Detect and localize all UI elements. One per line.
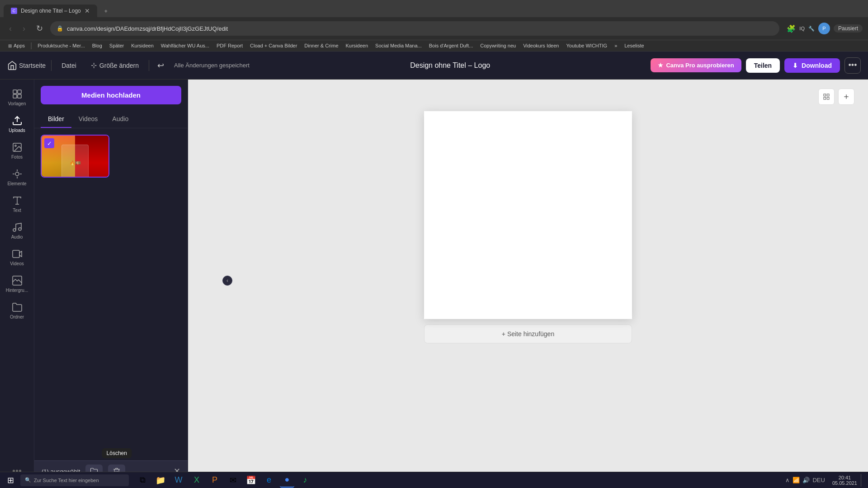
taskbar-music[interactable]: ♪ (298, 473, 312, 488)
bookmark-9[interactable]: Kursideen (343, 42, 371, 49)
reload-btn[interactable]: ↻ (33, 22, 47, 35)
taskbar-search[interactable]: 🔍 Zur Suche Text hier eingeben (20, 474, 129, 486)
panel-collapse-btn[interactable]: ‹ (222, 276, 232, 286)
svg-rect-18 (824, 97, 826, 99)
back-btn[interactable]: ‹ (5, 22, 15, 35)
canvas-toolbar (818, 89, 854, 105)
panel-content: 🔥💵 ✓ (34, 128, 188, 460)
sidebar-item-hintergruende[interactable]: Hintergru... (2, 272, 33, 296)
grid-icon (823, 93, 830, 100)
taskbar-task-view[interactable]: ⧉ (135, 473, 150, 488)
taskbar-icons: ⧉ 📁 W X P ✉ 📅 e ● ♪ (135, 473, 312, 488)
bookmark-5[interactable]: Wahlfächer WU Aus... (158, 42, 212, 49)
bookmark-6[interactable]: PDF Report (214, 42, 245, 49)
bookmark-7[interactable]: Cload + Canva Bilder (247, 42, 300, 49)
file-btn[interactable]: Datei (57, 59, 81, 72)
canva-pro-btn[interactable]: ★ Canva Pro ausprobieren (651, 58, 741, 72)
resize-btn[interactable]: ⊹ Größe ändern (86, 58, 143, 72)
add-to-canvas-btn[interactable] (838, 89, 854, 105)
download-btn[interactable]: ⬇ Download (784, 58, 840, 73)
bookmark-12[interactable]: Copywriting neu (477, 42, 519, 49)
tab-bilder[interactable]: Bilder (41, 111, 71, 128)
photo-icon (12, 142, 23, 153)
taskbar-sound-icon[interactable]: 🔊 (802, 477, 810, 483)
sidebar-item-ordner[interactable]: Ordner (2, 298, 33, 323)
taskbar-chrome[interactable]: ● (280, 473, 294, 488)
svg-rect-1 (18, 90, 21, 94)
taskbar-excel[interactable]: X (189, 473, 204, 488)
undo-btn[interactable]: ↩ (155, 58, 167, 73)
search-icon: 🔍 (25, 477, 31, 483)
svg-rect-14 (13, 250, 19, 258)
more-options-btn[interactable]: ••• (844, 57, 861, 74)
bookmark-readlist[interactable]: Leseliste (622, 42, 646, 49)
bookmark-13[interactable]: Videokurs Ideen (520, 42, 561, 49)
bookmark-2[interactable]: Blog (90, 42, 105, 49)
videos-label: Videos (10, 261, 24, 266)
new-tab-btn[interactable]: + (97, 5, 115, 17)
lock-icon: 🔒 (57, 25, 63, 32)
tab-title: Design ohne Titel – Logo (21, 8, 81, 14)
download-icon: ⬇ (793, 62, 798, 69)
address-text: canva.com/design/DAEdomzsqj/drBfjHdCojlI… (67, 25, 228, 32)
upload-media-btn[interactable]: Medien hochladen (41, 86, 181, 104)
tab-close-btn[interactable]: ✕ (85, 7, 90, 14)
bookmark-1[interactable]: Produktsuche - Mer... (35, 42, 88, 49)
fotos-label: Fotos (11, 155, 23, 160)
sidebar-item-elemente[interactable]: Elemente (2, 165, 33, 190)
bookmark-8[interactable]: Dinner & Crime (302, 42, 341, 49)
extensions-btn[interactable]: 🧩 (787, 24, 796, 33)
taskbar-up-arrow[interactable]: ∧ (785, 477, 790, 483)
sidebar-item-videos[interactable]: Videos (2, 245, 33, 270)
taskbar-powerpoint[interactable]: P (208, 473, 222, 488)
pause-btn[interactable]: Pausiert (834, 24, 863, 33)
active-tab[interactable]: C Design ohne Titel – Logo ✕ (4, 5, 97, 17)
forward-btn[interactable]: › (19, 22, 29, 35)
home-btn[interactable]: Startseite (7, 61, 46, 70)
profile-btn[interactable]: P (818, 23, 830, 34)
bookmark-apps[interactable]: ⊞Apps (5, 42, 28, 49)
bookmark-14[interactable]: Youtube WICHTIG (563, 42, 610, 49)
bookmark-10[interactable]: Social Media Mana... (373, 42, 425, 49)
taskbar-email[interactable]: ✉ (226, 473, 240, 488)
grid-view-btn[interactable] (818, 89, 835, 105)
bookmark-3[interactable]: Später (107, 42, 127, 49)
iq-btn[interactable]: IQ (799, 26, 805, 31)
svg-rect-0 (13, 90, 17, 94)
taskbar-network-icon[interactable]: 📶 (793, 477, 800, 483)
resize-icon: ⊹ (91, 61, 97, 70)
sidebar-item-fotos[interactable]: Fotos (2, 138, 33, 163)
bookmark-4[interactable]: Kursideen (128, 42, 156, 49)
share-btn[interactable]: Teilen (746, 58, 780, 73)
show-desktop-btn[interactable] (861, 474, 864, 487)
tab-videos[interactable]: Videos (71, 111, 105, 128)
save-status: Alle Änderungen gespeichert (174, 62, 250, 69)
media-item-1[interactable]: 🔥💵 ✓ (41, 135, 109, 178)
sidebar-item-text[interactable]: Text (2, 192, 33, 216)
bookmark-11[interactable]: Bois d'Argent Duft... (426, 42, 476, 49)
sidebar-icons: Vorlagen Uploads Fotos (0, 80, 34, 482)
taskbar-date-text: 05.05.2021 (832, 480, 857, 486)
sidebar-item-uploads[interactable]: Uploads (2, 112, 33, 136)
taskbar-right: ∧ 📶 🔊 DEU 20:41 05.05.2021 (785, 474, 864, 487)
background-icon (12, 275, 23, 286)
separator-1 (51, 60, 52, 71)
sidebar-item-vorlagen[interactable]: Vorlagen (2, 85, 33, 110)
star-icon: ★ (658, 62, 663, 69)
tab-audio[interactable]: Audio (105, 111, 136, 128)
add-page-btn[interactable]: + Seite hinzufügen (424, 324, 632, 343)
taskbar-calendar[interactable]: 📅 (244, 473, 258, 488)
address-input[interactable]: 🔒 canva.com/design/DAEdomzsqj/drBfjHdCoj… (50, 21, 779, 36)
taskbar-word[interactable]: W (171, 473, 186, 488)
iq2-btn[interactable]: 🔧 (808, 26, 815, 32)
text-label: Text (13, 208, 21, 213)
taskbar-clock[interactable]: 20:41 05.05.2021 (832, 475, 857, 486)
bookmark-more[interactable]: » (612, 42, 620, 49)
taskbar-edge[interactable]: e (262, 473, 276, 488)
svg-rect-17 (827, 94, 829, 96)
start-btn[interactable]: ⊞ (4, 474, 18, 487)
sidebar-item-audio[interactable]: Audio (2, 218, 33, 243)
taskbar-explorer[interactable]: 📁 (153, 473, 168, 488)
browser-chrome: C Design ohne Titel – Logo ✕ + ‹ › ↻ 🔒 c… (0, 0, 868, 40)
topbar-left: Startseite Datei ⊹ Größe ändern ↩ Alle Ä… (7, 58, 250, 73)
